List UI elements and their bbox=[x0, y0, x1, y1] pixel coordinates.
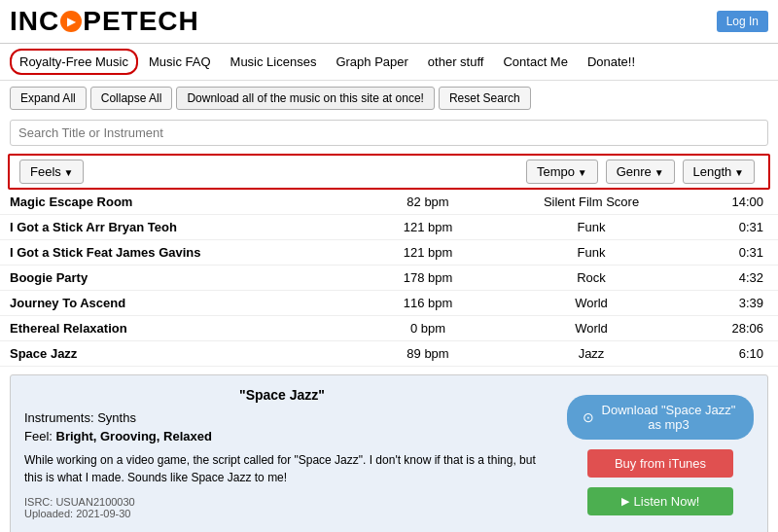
detail-track-title: "Space Jazz" bbox=[24, 387, 540, 403]
table-row[interactable]: Ethereal Relaxation 0 bpm World 28:06 bbox=[0, 316, 778, 341]
download-mp3-button[interactable]: Download "Space Jazz" as mp3 bbox=[567, 395, 754, 440]
genre-filter[interactable]: Genre bbox=[606, 160, 675, 184]
track-bpm: 82 bpm bbox=[350, 190, 506, 215]
logo-text-left: INC bbox=[10, 6, 59, 36]
track-genre: Silent Film Score bbox=[506, 190, 677, 215]
track-title: I Got a Stick Arr Bryan Teoh bbox=[0, 215, 350, 240]
track-title: I Got a Stick Feat James Gavins bbox=[0, 240, 350, 266]
detail-left: "Space Jazz" Instruments: Synths Feel: B… bbox=[11, 375, 553, 532]
download-all-button[interactable]: Download all of the music on this site a… bbox=[176, 87, 434, 110]
feel-value: Bright, Grooving, Relaxed bbox=[56, 429, 212, 443]
track-length: 14:00 bbox=[677, 190, 778, 215]
track-length: 3:39 bbox=[677, 291, 778, 316]
track-title: Boogie Party bbox=[0, 266, 350, 291]
nav-royalty-free-music[interactable]: Royalty-Free Music bbox=[10, 49, 138, 75]
track-genre: World bbox=[506, 316, 677, 341]
buy-itunes-button[interactable]: Buy from iTunes bbox=[587, 449, 733, 478]
track-genre: World bbox=[506, 291, 677, 316]
logo: INCPETECH bbox=[10, 6, 199, 37]
detail-panel: "Space Jazz" Instruments: Synths Feel: B… bbox=[10, 374, 768, 532]
search-input[interactable] bbox=[10, 120, 768, 146]
track-title: Ethereal Relaxation bbox=[0, 316, 350, 341]
track-bpm: 116 bpm bbox=[350, 291, 506, 316]
table-row[interactable]: Space Jazz 89 bpm Jazz 6:10 bbox=[0, 341, 778, 367]
track-title: Journey To Ascend bbox=[0, 291, 350, 316]
track-genre: Rock bbox=[506, 266, 677, 291]
detail-isrc: ISRC: USUAN2100030 bbox=[24, 496, 540, 508]
table-row[interactable]: Magic Escape Room 82 bpm Silent Film Sco… bbox=[0, 190, 778, 215]
track-genre: Funk bbox=[506, 215, 677, 240]
table-row[interactable]: Boogie Party 178 bpm Rock 4:32 bbox=[0, 266, 778, 291]
navigation: Royalty-Free Music Music FAQ Music Licen… bbox=[0, 44, 778, 81]
tempo-filter[interactable]: Tempo bbox=[526, 160, 598, 184]
track-length: 0:31 bbox=[677, 215, 778, 240]
track-length: 28:06 bbox=[677, 316, 778, 341]
reset-search-button[interactable]: Reset Search bbox=[439, 87, 531, 110]
nav-music-faq[interactable]: Music FAQ bbox=[140, 50, 220, 74]
track-length: 0:31 bbox=[677, 240, 778, 266]
search-bar bbox=[0, 116, 778, 154]
track-bpm: 121 bpm bbox=[350, 215, 506, 240]
detail-right: Download "Space Jazz" as mp3 Buy from iT… bbox=[553, 375, 767, 532]
track-bpm: 0 bpm bbox=[350, 316, 506, 341]
instruments-label: Instruments: bbox=[24, 410, 94, 425]
collapse-all-button[interactable]: Collapse All bbox=[90, 87, 173, 110]
track-bpm: 89 bpm bbox=[350, 341, 506, 367]
filter-row: Feels Tempo Genre Length bbox=[8, 154, 770, 190]
track-title: Space Jazz bbox=[0, 341, 350, 367]
login-button[interactable]: Log In bbox=[717, 11, 768, 32]
detail-uploaded: Uploaded: 2021-09-30 bbox=[24, 508, 540, 519]
length-filter[interactable]: Length bbox=[683, 160, 755, 184]
nav-music-licenses[interactable]: Music Licenses bbox=[222, 50, 326, 74]
nav-graph-paper[interactable]: Graph Paper bbox=[327, 50, 416, 74]
track-length: 6:10 bbox=[677, 341, 778, 367]
table-row[interactable]: Journey To Ascend 116 bpm World 3:39 bbox=[0, 291, 778, 316]
detail-instruments: Instruments: Synths bbox=[24, 410, 540, 425]
track-bpm: 178 bpm bbox=[350, 266, 506, 291]
header: INCPETECH Log In bbox=[0, 0, 778, 44]
logo-icon bbox=[60, 11, 82, 32]
nav-other-stuff[interactable]: other stuff bbox=[419, 50, 493, 74]
track-length: 4:32 bbox=[677, 266, 778, 291]
nav-contact-me[interactable]: Contact Me bbox=[494, 50, 576, 74]
detail-description: While working on a video game, the scrip… bbox=[24, 451, 540, 486]
track-bpm: 121 bpm bbox=[350, 240, 506, 266]
nav-donate[interactable]: Donate!! bbox=[579, 50, 644, 74]
track-genre: Jazz bbox=[506, 341, 677, 367]
track-genre: Funk bbox=[506, 240, 677, 266]
feels-filter[interactable]: Feels bbox=[19, 160, 84, 184]
music-table: Magic Escape Room 82 bpm Silent Film Sco… bbox=[0, 190, 778, 367]
table-row[interactable]: I Got a Stick Arr Bryan Teoh 121 bpm Fun… bbox=[0, 215, 778, 240]
toolbar: Expand All Collapse All Download all of … bbox=[0, 81, 778, 116]
listen-now-button[interactable]: Listen Now! bbox=[587, 487, 733, 515]
instruments-value: Synths bbox=[97, 410, 136, 425]
track-title: Magic Escape Room bbox=[0, 190, 350, 215]
table-row[interactable]: I Got a Stick Feat James Gavins 121 bpm … bbox=[0, 240, 778, 266]
detail-feel: Feel: Bright, Grooving, Relaxed bbox=[24, 429, 540, 443]
logo-text-right: PETECH bbox=[83, 6, 199, 36]
expand-all-button[interactable]: Expand All bbox=[10, 87, 87, 110]
